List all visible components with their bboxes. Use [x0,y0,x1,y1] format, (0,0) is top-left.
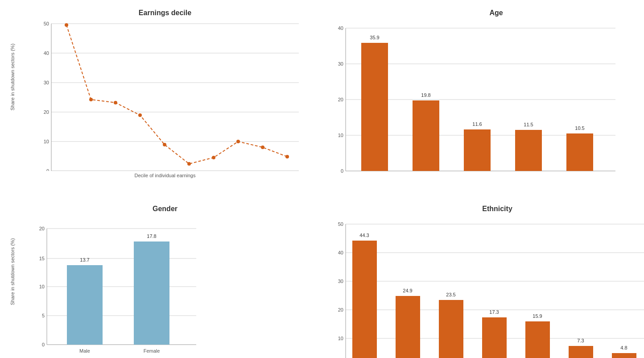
svg-text:50: 50 [44,21,49,26]
earnings-decile-svg: 50 40 30 20 10 0 lowest 2 3 4 5 6 7 8 9 … [27,19,303,171]
svg-text:17.3: 17.3 [489,309,499,315]
svg-text:44.3: 44.3 [359,233,369,238]
svg-point-29 [212,156,215,159]
gender-bar-male [67,265,103,345]
age-bar-25-34 [413,100,439,171]
svg-text:11.6: 11.6 [472,121,482,127]
earnings-decile-title: Earnings decile [27,9,303,17]
earnings-decile-chart: Earnings decile Share in shutdown sector… [0,0,308,196]
ethnicity-title: Ethnicity [330,205,644,213]
eth-bar-black-african [569,346,593,358]
svg-text:10: 10 [338,133,343,138]
ethnicity-chart: Ethnicity 50 40 30 20 10 0 44.3 Banglade… [308,196,644,358]
svg-text:5: 5 [42,313,45,318]
svg-text:13.7: 13.7 [80,257,89,262]
svg-text:10.5: 10.5 [575,125,584,131]
svg-text:10: 10 [39,284,45,289]
svg-text:15: 15 [39,256,45,261]
svg-point-25 [114,101,117,104]
svg-point-23 [65,23,68,27]
svg-text:20: 20 [39,226,45,231]
svg-text:23.5: 23.5 [446,292,455,297]
svg-text:50: 50 [338,221,343,227]
svg-text:20: 20 [44,109,49,115]
svg-text:17.8: 17.8 [147,233,156,239]
svg-text:30: 30 [338,61,343,67]
svg-text:11.5: 11.5 [524,122,533,127]
svg-point-32 [285,155,289,158]
age-bar-under25 [361,43,388,171]
svg-text:15.9: 15.9 [533,313,542,319]
svg-text:0: 0 [341,168,343,174]
svg-text:24.9: 24.9 [403,288,412,293]
svg-point-31 [261,146,264,149]
eth-bar-bangladeshi [352,241,377,358]
svg-text:Female: Female [144,348,160,354]
svg-point-27 [163,143,166,146]
eth-bar-pakistani [482,317,507,358]
svg-text:40: 40 [44,50,49,56]
ethnicity-svg: 50 40 30 20 10 0 44.3 Bangladeshi 24.9 O… [330,215,644,358]
svg-text:40: 40 [338,25,343,31]
earnings-decile-x-label: Decile of individual earnings [27,173,303,178]
svg-text:10: 10 [338,336,343,341]
svg-text:35.9: 35.9 [370,35,379,40]
svg-text:30: 30 [338,279,343,284]
earnings-decile-y-label: Share in shutdown sectors (%) [10,86,15,110]
svg-point-26 [138,113,142,117]
eth-bar-black-caribbean [439,300,463,358]
gender-chart: Gender Share in shutdown sectors (%) 20 … [0,196,308,358]
age-svg: 40 30 20 10 0 35.9 Under 25 19.8 25-34 1… [330,19,620,175]
age-title: Age [330,9,644,17]
svg-text:20: 20 [338,97,343,102]
svg-text:30: 30 [44,80,49,85]
eth-bar-others [396,296,420,358]
gender-bar-female [134,241,169,345]
eth-bar-indian [612,353,636,358]
age-bar-35-44 [464,129,491,171]
eth-bar-white-british [525,321,550,358]
age-bar-45-54 [515,130,542,171]
svg-text:7.3: 7.3 [577,338,584,343]
gender-title: Gender [27,205,303,213]
svg-point-24 [89,98,93,101]
svg-text:Male: Male [79,348,90,354]
age-bar-55-64 [566,133,593,171]
svg-text:40: 40 [338,250,343,255]
svg-point-28 [187,162,191,166]
svg-text:0: 0 [46,168,49,171]
svg-text:20: 20 [338,307,343,312]
svg-text:0: 0 [42,342,45,347]
gender-y-label: Share in shutdown sectors (%) [10,280,15,305]
svg-text:10: 10 [44,139,49,144]
svg-text:4.8: 4.8 [620,345,627,350]
gender-svg: 20 15 10 5 0 13.7 Male 17.8 Female [27,215,205,354]
svg-text:19.8: 19.8 [421,92,430,98]
svg-point-30 [236,140,240,143]
age-chart: Age 40 30 20 10 0 35.9 Under 25 19.8 25-… [308,0,644,196]
